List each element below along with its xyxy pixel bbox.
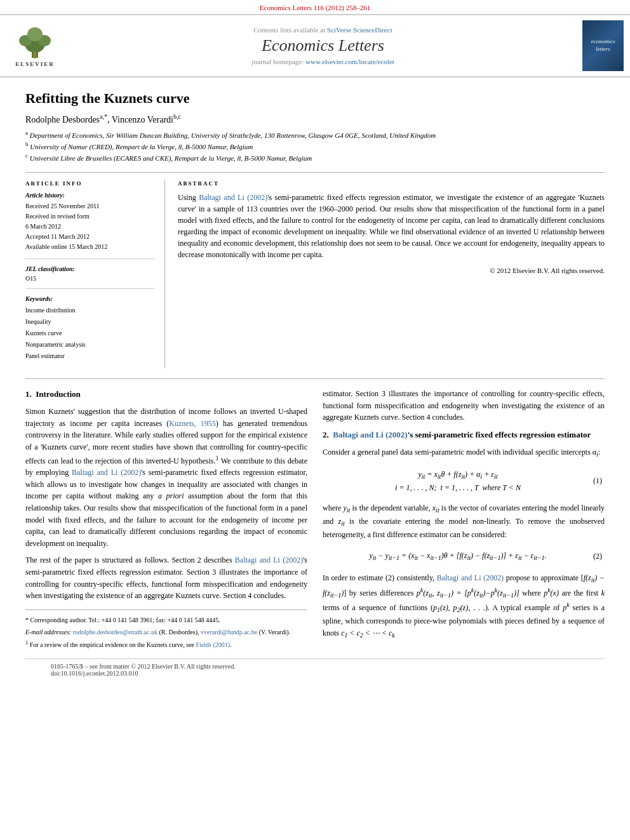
baltagi-li-cite-1[interactable]: Baltagi and Li (2002) xyxy=(72,468,141,477)
body-left-column: 1. Introduction Simon Kuznets' suggestio… xyxy=(25,388,307,652)
affiliation-a: a Department of Economics, Sir William D… xyxy=(25,129,605,140)
affiliation-b: b University of Namur (CRED), Rempart de… xyxy=(25,140,605,152)
homepage-link[interactable]: www.elsevier.com/locate/ecolet xyxy=(305,58,394,65)
keyword-inequality: Inequality xyxy=(25,316,154,328)
fields-cite[interactable]: Fields (2001) xyxy=(196,641,231,648)
sciverse-link[interactable]: SciVerse ScienceDirect xyxy=(327,26,392,34)
history-revised-date: 6 March 2012 xyxy=(25,222,154,232)
sec2-para1: Consider a general panel data semi-param… xyxy=(323,446,605,460)
baltagi-li-sec2-cite[interactable]: Baltagi and Li (2002) xyxy=(333,430,407,439)
intro-para2: The rest of the paper is structured as f… xyxy=(25,554,307,601)
abstract-column: ABSTRACT Using Baltagi and Li (2002)'s s… xyxy=(178,180,605,368)
article-info-abstract: ARTICLE INFO Article history: Received 2… xyxy=(25,172,605,368)
keyword-nonparam: Nonparametric analysis xyxy=(25,339,154,350)
keywords-label: Keywords: xyxy=(25,295,154,302)
history-received: Received 25 November 2011 xyxy=(25,201,154,211)
equation-2-block: yit − yit−1 = (xit − xit−1)θ + [f(zit) −… xyxy=(323,547,605,566)
journal-header: ELSEVIER Contents lists available at Sci… xyxy=(0,14,630,77)
journal-ref-text: Economics Letters 116 (2012) 258–261 xyxy=(260,4,370,11)
baltagi-li-cite-3[interactable]: Baltagi and Li (2002) xyxy=(437,573,504,582)
section2-heading: 2. Baltagi and Li (2002)'s semi-parametr… xyxy=(323,429,605,441)
doi-text: doi:10.1016/j.econlet.2012.03.010 xyxy=(51,670,579,677)
journal-reference: Economics Letters 116 (2012) 258–261 xyxy=(0,0,630,14)
email-r-link[interactable]: rodolphe.desbordes@strath.ac.uk xyxy=(73,629,158,636)
history-accepted: Accepted 11 March 2012 xyxy=(25,232,154,242)
affiliations: a Department of Economics, Sir William D… xyxy=(25,129,605,163)
baltagi-link-abstract[interactable]: Baltagi and Li (2002) xyxy=(199,193,267,202)
section1-heading: 1. Introduction xyxy=(25,388,307,401)
equation-2-text: yit − yit−1 = (xit − xit−1)θ + [f(zit) −… xyxy=(323,550,593,563)
sec2-para2: where yit is the dependent variable, xit… xyxy=(323,502,605,540)
author-a-sup: a,* xyxy=(100,113,107,120)
kuznets-cite[interactable]: Kuznets, 1955 xyxy=(169,419,216,428)
equation-1-text: yit = xitθ + f(zit) + αi + εit i = 1, . … xyxy=(323,469,593,493)
body-columns: 1. Introduction Simon Kuznets' suggestio… xyxy=(25,378,605,652)
svg-point-4 xyxy=(27,27,43,41)
author-a-name: Rodolphe Desbordes xyxy=(25,115,100,124)
abstract-text: Using Baltagi and Li (2002)'s semi-param… xyxy=(178,192,605,260)
footnotes-area: * Corresponding author. Tel.: +44 0 141 … xyxy=(25,610,307,650)
cover-text: economics letters xyxy=(591,38,615,53)
jel-section: JEL classification: O15 xyxy=(25,265,154,289)
history-online: Available online 15 March 2012 xyxy=(25,242,154,252)
footnote-1: 1 For a review of the empirical evidence… xyxy=(25,639,307,650)
keyword-panel: Panel estimator xyxy=(25,350,154,362)
keywords-section: Keywords: Income distribution Inequality… xyxy=(25,295,154,362)
article-history: Article history: Received 25 November 20… xyxy=(25,192,154,259)
article-info-column: ARTICLE INFO Article history: Received 2… xyxy=(25,180,165,368)
affiliation-c: c Université Libre de Bruxelles (ECARES … xyxy=(25,152,605,163)
history-revised-label: Received in revised form xyxy=(25,211,154,222)
intro-para1: Simon Kuznets' suggestion that the distr… xyxy=(25,406,307,549)
elsevier-logo: ELSEVIER xyxy=(6,25,64,67)
journal-homepage: journal homepage: www.elsevier.com/locat… xyxy=(70,58,576,65)
equation-1-block: yit = xitθ + f(zit) + αi + εit i = 1, . … xyxy=(323,466,605,496)
bottom-bar: 0165-1765/$ – see front matter © 2012 El… xyxy=(25,658,605,681)
keyword-kuznets: Kuznets curve xyxy=(25,328,154,339)
right-intro-end: estimator. Section 3 illustrates the imp… xyxy=(323,388,605,423)
sec2-para3: In order to estimate (2) consistently, B… xyxy=(323,572,605,641)
equation-2-number: (2) xyxy=(593,550,605,563)
copyright-text: © 2012 Elsevier B.V. All rights reserved… xyxy=(178,267,605,274)
abstract-label: ABSTRACT xyxy=(178,180,605,187)
issn-text: 0165-1765/$ – see front matter © 2012 El… xyxy=(51,663,579,670)
authors: Rodolphe Desbordesa,*, Vincenzo Verardib… xyxy=(25,113,605,125)
elsevier-tree-icon xyxy=(13,25,57,60)
equation-1-number: (1) xyxy=(593,475,605,487)
jel-codes: O15 xyxy=(25,275,154,282)
body-right-column: estimator. Section 3 illustrates the imp… xyxy=(323,388,605,652)
jel-label: JEL classification: xyxy=(25,265,154,272)
footnote-email: E-mail addresses: rodolphe.desbordes@str… xyxy=(25,627,307,637)
journal-header-center: Contents lists available at SciVerse Sci… xyxy=(70,26,576,65)
author-b-name: Vincenzo Verardi xyxy=(112,115,173,124)
article-title: Refitting the Kuznets curve xyxy=(25,90,605,107)
journal-title: Economics Letters xyxy=(70,36,576,55)
sciverse-text: Contents lists available at SciVerse Sci… xyxy=(70,26,576,34)
svg-rect-6 xyxy=(34,54,36,58)
svg-point-5 xyxy=(34,51,36,54)
author-b-sup: b,c xyxy=(173,113,181,120)
keyword-income: Income distribution xyxy=(25,305,154,316)
journal-cover-image: economics letters xyxy=(582,20,624,71)
email-v-link[interactable]: vverardi@fundp.ac.be xyxy=(201,629,257,636)
article-area: Refitting the Kuznets curve Rodolphe Des… xyxy=(0,77,630,693)
elsevier-text: ELSEVIER xyxy=(15,61,55,67)
article-info-label: ARTICLE INFO xyxy=(25,180,154,187)
footnote-corresponding: * Corresponding author. Tel.: +44 0 141 … xyxy=(25,615,307,625)
baltagi-li-cite-2[interactable]: Baltagi and Li (2002) xyxy=(235,556,303,564)
history-label: Article history: xyxy=(25,192,154,199)
